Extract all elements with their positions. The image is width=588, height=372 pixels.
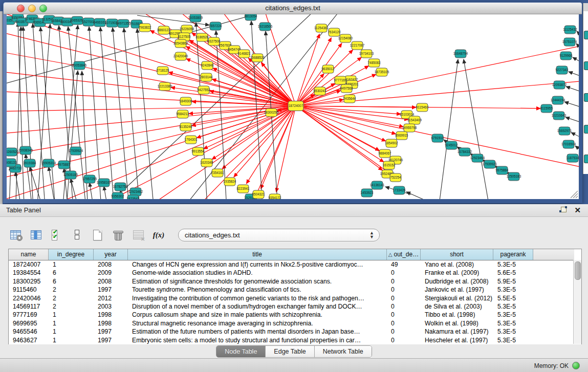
tab-node-table[interactable]: Node Table <box>216 346 266 357</box>
graph-node[interactable]: 12093872 <box>552 81 567 89</box>
graph-node[interactable]: 6791910 <box>431 134 444 142</box>
graph-node[interactable]: 1453923 <box>361 189 374 197</box>
graph-node[interactable]: 6504321 <box>252 190 265 199</box>
cell-short[interactable]: Hescheler et al. (1997) <box>421 336 493 344</box>
graph-node[interactable]: 9635012 <box>322 65 335 73</box>
graph-node[interactable]: 15688520 <box>250 54 265 62</box>
graph-node[interactable]: 12505183 <box>507 172 521 181</box>
cell-year[interactable]: 1998 <box>94 311 128 319</box>
graph-node[interactable]: 1873542 <box>127 195 140 199</box>
cell-year[interactable]: 1998 <box>94 319 128 327</box>
graph-node[interactable]: 15692971 <box>557 127 572 135</box>
table-row[interactable]: 1456911722003Disruption of a novel membe… <box>9 302 581 311</box>
graph-node[interactable]: 9354172 <box>269 194 281 199</box>
table-panel-titlebar[interactable]: Table Panel ✕ <box>0 204 588 217</box>
cell-name[interactable]: 18724007 <box>9 260 49 269</box>
graph-node[interactable]: 19734103 <box>359 50 374 58</box>
cell-name[interactable]: 9777169 <box>9 311 49 319</box>
graph-node[interactable]: 19218506 <box>258 23 273 31</box>
graph-node[interactable]: 8860123 <box>158 26 170 34</box>
graph-node[interactable]: 17939921 <box>483 160 497 168</box>
graph-node[interactable]: 17957255 <box>82 175 97 183</box>
cell-name[interactable]: 9699695 <box>9 319 49 327</box>
graph-node[interactable]: 22420046 <box>173 52 188 60</box>
cell-name[interactable]: 9465546 <box>9 327 49 336</box>
scrollbar-thumb[interactable] <box>575 261 581 280</box>
row-height-button[interactable] <box>70 228 84 242</box>
graph-node[interactable]: 18735105 <box>375 68 389 76</box>
graph-node[interactable]: 9584213 <box>177 110 189 118</box>
cell-title[interactable]: Genome-wide association studies in ADHD. <box>128 269 387 277</box>
graph-node[interactable]: 11543409 <box>407 116 422 124</box>
graph-node[interactable]: 8115955 <box>540 104 553 113</box>
cell-pagerank[interactable]: 5.3E-5 <box>493 336 533 344</box>
float-panel-icon[interactable] <box>559 206 567 214</box>
cell-in_degree[interactable]: 1 <box>49 319 94 327</box>
column-header-title[interactable]: title <box>128 249 387 260</box>
graph-node[interactable]: 12213389 <box>158 82 172 91</box>
show-columns-button[interactable] <box>29 228 43 242</box>
graph-node[interactable]: 14955798 <box>402 124 417 132</box>
graph-node[interactable]: 1733426 <box>393 186 406 194</box>
cell-short[interactable]: Wolkin et al. (1998) <box>421 319 493 327</box>
delete-column-button[interactable] <box>111 228 125 242</box>
graph-node[interactable]: 12154080 <box>338 34 353 42</box>
cell-out_de[interactable]: 0 <box>387 277 421 286</box>
cell-short[interactable]: de Silva et al. (2003) <box>421 302 493 311</box>
cell-in_degree[interactable]: 2 <box>49 302 94 311</box>
cell-out_de[interactable]: 0 <box>387 336 421 344</box>
graph-node[interactable]: 12217087 <box>350 41 365 50</box>
cell-out_de[interactable]: 0 <box>387 311 421 319</box>
graph-node[interactable]: 18724007 <box>288 101 303 111</box>
graph-node[interactable]: 11254361 <box>314 24 329 32</box>
graph-node[interactable]: 9115460 <box>416 103 429 112</box>
graph-node[interactable]: 9427552 <box>198 86 210 94</box>
cell-pagerank[interactable]: 5.3E-5 <box>493 327 533 336</box>
network-canvas[interactable]: 1903571935085414035714174639142069140611… <box>7 14 579 199</box>
graph-node[interactable]: 8530243 <box>314 87 326 95</box>
graph-node[interactable]: 9146821 <box>238 50 251 58</box>
cell-out_de[interactable]: 0 <box>387 327 421 336</box>
graph-node[interactable]: 9227343 <box>556 66 569 74</box>
table-row[interactable]: 1938455462009Genome-wide association stu… <box>9 269 581 277</box>
graph-node[interactable]: 15905314 <box>41 159 56 167</box>
table-row[interactable]: 946554611997Estimation of the future num… <box>9 327 581 336</box>
resize-grip-icon[interactable] <box>569 189 578 198</box>
graph-node[interactable]: 16784332 <box>458 148 472 156</box>
graph-node[interactable]: 8508133 <box>7 159 17 167</box>
graph-node[interactable]: 7963822 <box>139 24 151 32</box>
cell-title[interactable]: Disruption of a novel member of a sodium… <box>128 302 387 311</box>
cell-name[interactable]: 9115460 <box>9 286 49 294</box>
tab-network-table[interactable]: Network Table <box>315 346 372 357</box>
close-panel-icon[interactable]: ✕ <box>574 206 581 214</box>
cell-year[interactable]: 2008 <box>94 260 128 269</box>
graph-node[interactable]: 15938345 <box>18 146 33 155</box>
graph-node[interactable]: 14136141 <box>370 181 385 189</box>
graph-node[interactable]: 16543862 <box>173 39 188 48</box>
cell-title[interactable]: Investigating the contribution of common… <box>128 294 387 302</box>
graph-node[interactable]: 8186528 <box>196 33 209 41</box>
graph-node[interactable]: 20260520 <box>7 148 19 156</box>
table-row[interactable]: 911546021997Tourette syndrome. Phenomeno… <box>9 286 581 294</box>
cell-short[interactable]: Dudbridge et al. (2008) <box>421 277 493 286</box>
cell-name[interactable]: 19384554 <box>9 269 49 277</box>
cell-year[interactable]: 1997 <box>94 286 128 294</box>
graph-node[interactable]: 752254 <box>390 173 401 182</box>
graph-node[interactable]: 17939924 <box>69 147 83 155</box>
cell-year[interactable]: 2012 <box>94 294 128 302</box>
cell-pagerank[interactable]: 5.3E-5 <box>493 302 533 311</box>
graph-node[interactable]: 12505185 <box>63 171 78 179</box>
graph-node[interactable]: 9975884 <box>496 166 509 174</box>
cell-title[interactable]: Changes of HCN gene expression and I(f) … <box>128 260 387 269</box>
table-scrollbar[interactable] <box>573 260 581 344</box>
graph-node[interactable]: 16648794 <box>453 50 468 58</box>
graph-node[interactable]: 15226058 <box>180 25 194 33</box>
cell-pagerank[interactable]: 5.3E-5 <box>493 311 533 319</box>
column-header-short[interactable]: short <box>421 249 493 260</box>
cell-year[interactable]: 1997 <box>94 336 128 344</box>
cell-year[interactable]: 2003 <box>94 302 128 311</box>
graph-node[interactable]: 8223941 <box>237 185 250 193</box>
cell-pagerank[interactable]: 5.5E-5 <box>493 294 533 302</box>
table-row[interactable]: 1830029562008Estimation of significance … <box>9 277 581 286</box>
graph-node[interactable]: 7354161 <box>211 169 224 177</box>
